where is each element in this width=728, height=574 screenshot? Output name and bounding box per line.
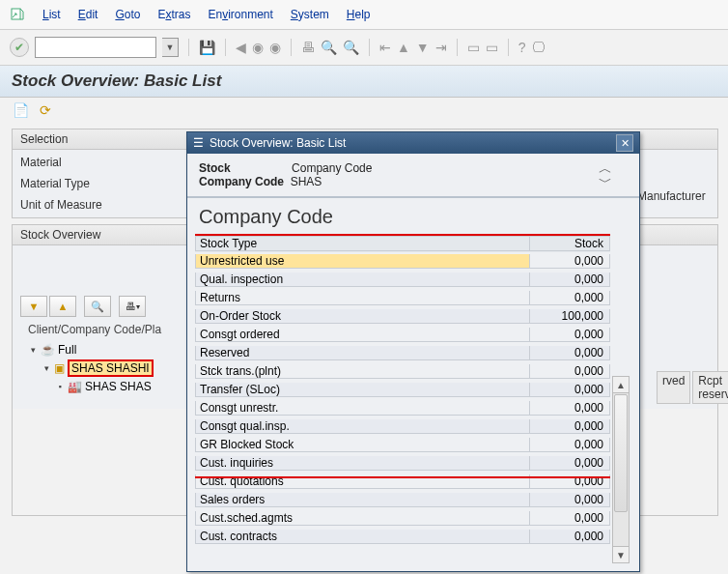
enter-button[interactable]: ✔	[10, 38, 29, 57]
menu-environment[interactable]: Environment	[208, 8, 272, 21]
table-row[interactable]: Reserved0,000	[195, 344, 610, 362]
stock-value-cell: 0,000	[529, 474, 610, 489]
command-menu-icon[interactable]	[10, 7, 25, 22]
page-title-band: Stock Overview: Basic List	[0, 66, 728, 98]
stock-type-cell: Transfer (SLoc)	[195, 383, 529, 397]
save-icon: 💾	[199, 40, 215, 55]
col-stock-type: Stock Type	[195, 236, 529, 251]
dialog-titlebar[interactable]: ☰ Stock Overview: Basic List ✕	[187, 132, 639, 154]
table-row[interactable]: Cust. quotations0,000	[195, 473, 610, 491]
menu-extras[interactable]: Extras	[157, 8, 190, 21]
stock-value-cell: 0,000	[529, 511, 610, 526]
scroll-up-icon[interactable]: ▲	[613, 377, 629, 393]
stock-value-cell: 0,000	[529, 419, 610, 434]
plant-icon: 🏭	[68, 380, 82, 393]
stock-type-cell: On-Order Stock	[195, 309, 529, 324]
stock-type-cell: Consgt ordered	[195, 328, 529, 342]
stock-type-cell: Consgt qual.insp.	[195, 419, 529, 434]
first-page-icon: ⇤	[379, 40, 391, 55]
stock-value-cell: 0,000	[529, 328, 610, 342]
stock-type-cell: Sales orders	[195, 493, 529, 507]
command-field-dropdown[interactable]: ▼	[162, 38, 179, 57]
table-row[interactable]: Stck trans.(plnt)0,000	[195, 362, 610, 381]
dialog-header-block: Stock Company Code Company Code SHAS ︿﹀	[187, 154, 639, 198]
menu-system[interactable]: System	[291, 8, 329, 21]
dialog-section-title: Company Code	[187, 198, 639, 234]
chevron-up-icon: ︿	[599, 163, 612, 173]
stock-type-cell: Cust.sched.agmts	[195, 511, 529, 526]
app-toolbar: 📄 ⟳	[0, 98, 728, 123]
scroll-down-icon[interactable]: ▼	[613, 546, 629, 562]
table-row[interactable]: Qual. inspection0,000	[195, 271, 610, 289]
table-row[interactable]: Returns0,000	[195, 289, 610, 307]
table-row[interactable]: Cust. inquiries0,000	[195, 454, 610, 473]
command-field[interactable]	[35, 37, 156, 58]
chevron-down-icon: ﹀	[599, 177, 612, 187]
table-row[interactable]: Consgt qual.insp.0,000	[195, 417, 610, 436]
material-label: Material	[20, 156, 126, 169]
stock-type-cell: Reserved	[195, 346, 529, 360]
cancel-icon: ◉	[269, 40, 281, 55]
next-page-icon: ▼	[416, 40, 430, 55]
menu-bar: List Edit Goto Extras Environment System…	[0, 0, 728, 30]
refresh-icon[interactable]: ⟳	[37, 101, 54, 119]
stock-value-cell: 0,000	[529, 456, 610, 471]
print-tree-button[interactable]: 🖶▾	[119, 296, 146, 317]
dialog-scrollbar[interactable]: ▲ ▼	[612, 376, 630, 563]
find-icon: 🔍	[321, 40, 337, 55]
dialog-menu-icon[interactable]: ☰	[193, 136, 204, 150]
menu-goto[interactable]: Goto	[115, 8, 140, 21]
grid-col-headers: rved Rcpt reserva	[657, 371, 728, 404]
table-row[interactable]: Transfer (SLoc)0,000	[195, 381, 610, 399]
layout-icon: 🖵	[532, 40, 546, 55]
menu-list[interactable]: List	[42, 8, 61, 21]
material-type-label: Material Type	[20, 177, 126, 190]
stock-value-cell: 100,000	[529, 309, 610, 324]
menu-edit[interactable]: Edit	[78, 8, 98, 21]
stock-value-cell: 0,000	[529, 438, 610, 452]
stock-type-cell: Qual. inspection	[195, 273, 529, 287]
header-scroll-arrows[interactable]: ︿﹀	[599, 163, 612, 187]
stock-value-cell: 0,000	[529, 530, 610, 544]
stock-value-cell: 0,000	[529, 383, 610, 397]
stock-value-cell: 0,000	[529, 346, 610, 360]
expand-down-button[interactable]: ▼	[20, 296, 47, 317]
stock-type-cell: Cust. inquiries	[195, 456, 529, 471]
table-row[interactable]: Sales orders0,000	[195, 491, 610, 509]
prev-page-icon: ▲	[397, 40, 410, 55]
find-node-button[interactable]: 🔍	[84, 296, 111, 317]
stock-value-cell: 0,000	[529, 291, 610, 305]
table-row[interactable]: On-Order Stock100,000	[195, 307, 610, 326]
exit-icon: ◉	[252, 40, 264, 55]
print-icon: 🖶	[301, 40, 315, 55]
shortcut-icon: ▭	[486, 40, 498, 55]
cup-icon: ☕	[41, 343, 55, 357]
table-row[interactable]: GR Blocked Stock0,000	[195, 436, 610, 454]
stock-type-cell: Cust. contracts	[195, 530, 529, 544]
scroll-thumb[interactable]	[614, 394, 628, 512]
stock-value-cell: 0,000	[529, 401, 610, 416]
table-row[interactable]: Unrestricted use0,000	[195, 252, 610, 271]
table-row[interactable]: Cust.sched.agmts0,000	[195, 509, 610, 528]
detail-dialog: ☰ Stock Overview: Basic List ✕ Stock Com…	[186, 131, 640, 572]
help-icon: ?	[518, 40, 526, 55]
col-stock: Stock	[529, 236, 610, 251]
table-row[interactable]: Cust. contracts0,000	[195, 528, 610, 546]
dialog-title: Stock Overview: Basic List	[210, 136, 346, 150]
stock-type-cell: Unrestricted use	[195, 254, 529, 269]
last-page-icon: ⇥	[435, 40, 447, 55]
collapse-up-button[interactable]: ▲	[49, 296, 76, 317]
grid-header-row: Stock Type Stock	[195, 234, 610, 252]
table-row[interactable]: Consgt ordered0,000	[195, 326, 610, 344]
new-session-icon: ▭	[467, 40, 480, 55]
stock-type-cell: Returns	[195, 291, 529, 305]
uom-label: Unit of Measure	[20, 198, 126, 212]
find-next-icon: 🔍	[343, 40, 359, 55]
table-row[interactable]: Consgt unrestr.0,000	[195, 399, 610, 417]
stock-value-cell: 0,000	[529, 364, 610, 379]
stock-type-cell: Stck trans.(plnt)	[195, 364, 529, 379]
system-toolbar: ✔ ▼ 💾 ◀ ◉ ◉ 🖶 🔍 🔍 ⇤ ▲ ▼ ⇥ ▭ ▭ ? 🖵	[0, 30, 728, 66]
dialog-close-button[interactable]: ✕	[616, 134, 633, 152]
menu-help[interactable]: Help	[347, 8, 371, 21]
doc-create-icon[interactable]: 📄	[12, 101, 29, 119]
